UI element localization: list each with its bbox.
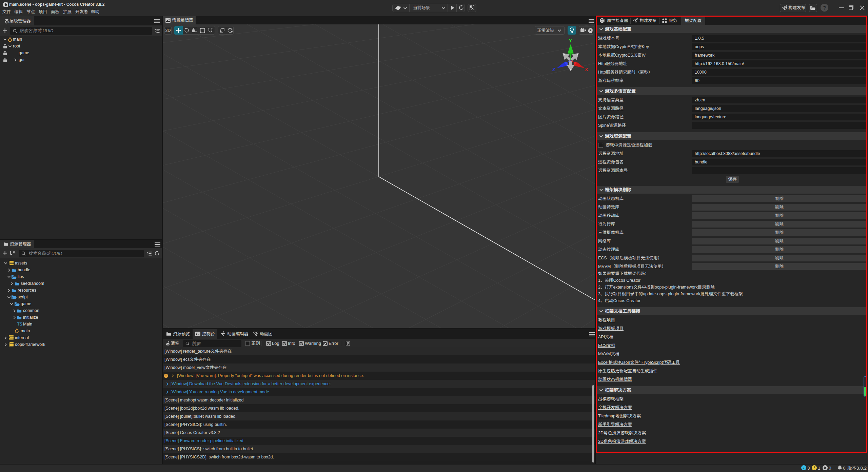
svg-text:Y: Y — [569, 38, 572, 43]
svg-text:X: X — [585, 67, 588, 72]
svg-text:Z: Z — [552, 67, 555, 72]
